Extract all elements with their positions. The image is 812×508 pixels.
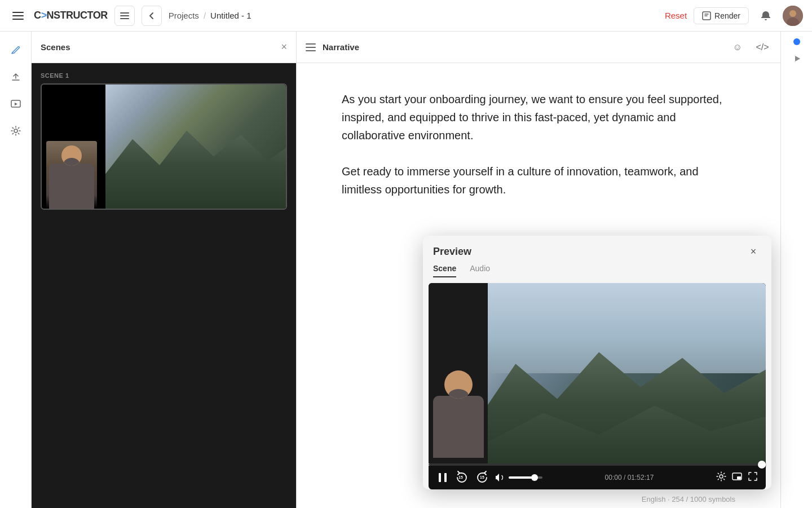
tab-scene[interactable]: Scene [433,264,456,277]
preview-close-button[interactable]: × [745,244,761,259]
scenes-content: SCENE 1 [32,63,296,508]
svg-point-5 [789,10,796,17]
reset-button[interactable]: Reset [665,11,687,20]
scenes-close-button[interactable]: × [281,41,287,53]
preview-video-area [429,283,766,463]
svg-rect-11 [306,43,316,45]
preview-title: Preview [433,246,471,258]
scenes-panel: Scenes × SCENE 1 [32,32,297,508]
topbar: C>NSTRUCTOR Projects / Untitled - 1 Rese… [0,0,812,32]
narrative-text-2: Get ready to immerse yourself in a cultu… [342,162,735,198]
user-avatar[interactable] [783,6,803,26]
list-icon [306,42,316,52]
svg-rect-0 [120,12,129,14]
svg-rect-17 [444,473,447,482]
scene-background [105,85,286,209]
progress-bar[interactable] [429,463,766,466]
volume-icon[interactable] [495,472,505,483]
volume-slider[interactable] [509,476,542,479]
tab-audio[interactable]: Audio [470,264,490,277]
narrative-footer: English · 254 / 1000 symbols [297,495,780,508]
media-button[interactable] [5,92,27,115]
narrative-text-1: As you start your onboarding journey, we… [342,90,735,144]
breadcrumb-projects[interactable]: Projects [169,11,199,20]
right-play-button[interactable] [788,50,806,68]
svg-rect-13 [306,50,316,51]
pause-button[interactable] [436,471,449,484]
settings-button[interactable] [716,471,726,484]
notifications-bell[interactable] [756,6,776,26]
scenes-header: Scenes × [32,32,296,63]
back-button[interactable] [142,6,162,26]
upload-button[interactable] [5,65,27,88]
rewind-15-button[interactable]: 15 [454,470,469,485]
nav-list-button[interactable] [114,6,135,26]
breadcrumb-current: Untitled - 1 [210,11,251,20]
svg-rect-12 [306,47,316,48]
scenes-title: Scenes [41,42,70,52]
icon-sidebar [0,32,32,508]
breadcrumb-separator: / [204,11,206,20]
scene-thumbnail[interactable] [41,83,287,210]
narrative-header: Narrative ☺ </> [297,32,780,63]
scene-presenter [46,141,97,209]
pip-button[interactable] [732,471,742,484]
preview-controls: 15 15 00:00 / 01:52:17 [429,466,766,489]
svg-rect-2 [120,18,129,19]
render-button[interactable]: Render [694,7,749,24]
settings-button[interactable] [5,120,27,142]
svg-point-9 [67,148,77,158]
right-sidebar [780,32,812,508]
scene-label: SCENE 1 [41,72,287,79]
progress-thumb[interactable] [758,461,766,469]
breadcrumb: Projects / Untitled - 1 [169,11,251,20]
code-button[interactable]: </> [753,38,771,56]
menu-icon[interactable] [9,8,27,23]
volume-control [495,472,542,483]
edit-tool-button[interactable] [5,38,27,61]
preview-background [488,283,766,463]
svg-point-8 [14,129,17,132]
preview-presenter [429,283,488,463]
svg-rect-16 [439,473,441,482]
preview-tabs: Scene Audio [423,259,771,277]
emoji-button[interactable]: ☺ [729,38,747,56]
app-logo: C>NSTRUCTOR [34,10,108,21]
svg-rect-1 [120,15,129,16]
svg-rect-20 [737,476,741,479]
time-display: 00:00 / 01:52:17 [548,474,710,482]
fullscreen-button[interactable] [748,471,758,484]
svg-point-14 [451,374,466,389]
preview-modal: Preview × Scene Audio [423,236,771,489]
status-dot [793,38,800,45]
narrative-title: Narrative [323,42,722,52]
svg-point-18 [720,475,723,478]
forward-15-button[interactable]: 15 [475,470,489,485]
preview-topbar: Preview × [423,236,771,259]
